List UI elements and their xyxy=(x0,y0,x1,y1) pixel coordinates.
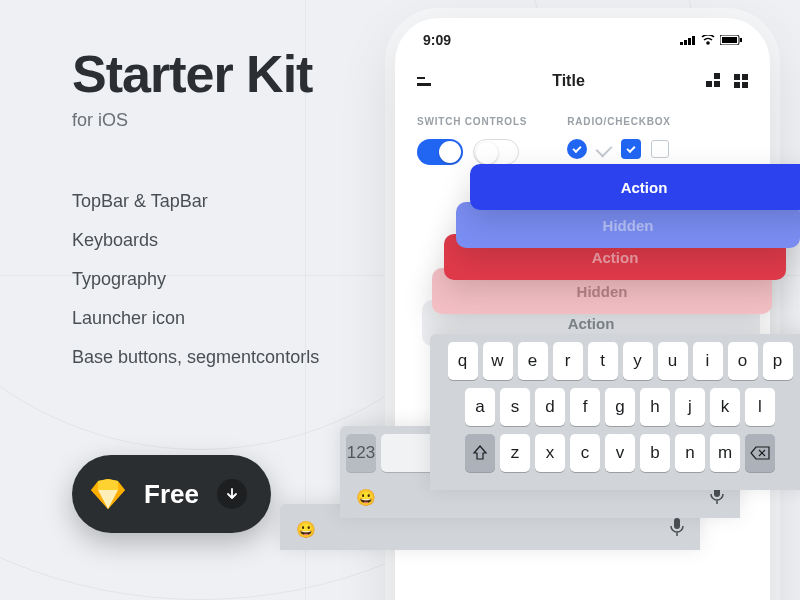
checkbox-unchecked[interactable] xyxy=(651,140,669,158)
feature-item: TopBar & TapBar xyxy=(72,191,412,212)
radio-unchecked[interactable] xyxy=(596,141,613,158)
page-title: Starter Kit xyxy=(72,48,412,100)
key[interactable]: y xyxy=(623,342,653,380)
keyboard-row-1: q w e r t y u i o p xyxy=(436,342,800,380)
download-icon xyxy=(217,479,247,509)
key[interactable]: r xyxy=(553,342,583,380)
key[interactable]: a xyxy=(465,388,495,426)
wifi-icon xyxy=(701,32,715,48)
download-label: Free xyxy=(144,479,199,510)
key[interactable]: n xyxy=(675,434,705,472)
key[interactable]: f xyxy=(570,388,600,426)
key[interactable]: d xyxy=(535,388,565,426)
key[interactable]: i xyxy=(693,342,723,380)
signal-icon xyxy=(680,32,696,48)
sketch-icon xyxy=(90,476,126,512)
svg-rect-5 xyxy=(722,37,737,43)
switch-on[interactable] xyxy=(417,139,463,165)
key[interactable]: m xyxy=(710,434,740,472)
feature-item: Typography xyxy=(72,269,412,290)
key[interactable]: b xyxy=(640,434,670,472)
feature-item: Keyboards xyxy=(72,230,412,251)
svg-rect-1 xyxy=(684,40,687,45)
key[interactable]: q xyxy=(448,342,478,380)
keyboard-row-2: a s d f g h j k l xyxy=(436,388,800,426)
page-subtitle: for iOS xyxy=(72,110,412,131)
feature-item: Launcher icon xyxy=(72,308,412,329)
key[interactable]: w xyxy=(483,342,513,380)
emoji-icon[interactable]: 😀 xyxy=(356,488,376,507)
nav-title: Title xyxy=(552,72,585,90)
key[interactable]: k xyxy=(710,388,740,426)
key[interactable]: g xyxy=(605,388,635,426)
status-time: 9:09 xyxy=(423,32,451,48)
radio-checkbox-group: RADIO/CHECKBOX xyxy=(567,116,670,165)
key[interactable]: x xyxy=(535,434,565,472)
group-label: SWITCH CONTROLS xyxy=(417,116,527,127)
key[interactable]: v xyxy=(605,434,635,472)
svg-rect-3 xyxy=(692,36,695,45)
num-key[interactable]: 123 xyxy=(346,434,376,472)
battery-icon xyxy=(720,32,742,48)
radio-checked[interactable] xyxy=(567,139,587,159)
layout-icon[interactable] xyxy=(706,73,720,89)
key[interactable]: j xyxy=(675,388,705,426)
mic-icon[interactable] xyxy=(670,518,684,540)
status-bar: 9:09 xyxy=(395,32,770,48)
emoji-icon[interactable]: 😀 xyxy=(296,520,316,539)
keyboard-stack: 😀 123 space @ . Go 😀 q w e r t y u i o p xyxy=(280,334,800,600)
nav-bar: Title xyxy=(395,72,770,90)
group-label: RADIO/CHECKBOX xyxy=(567,116,670,127)
key[interactable]: z xyxy=(500,434,530,472)
key[interactable]: h xyxy=(640,388,670,426)
key[interactable]: l xyxy=(745,388,775,426)
svg-rect-7 xyxy=(674,518,680,529)
svg-rect-2 xyxy=(688,38,691,45)
key[interactable]: t xyxy=(588,342,618,380)
svg-rect-0 xyxy=(680,42,683,45)
key[interactable]: p xyxy=(763,342,793,380)
key[interactable]: s xyxy=(500,388,530,426)
key[interactable]: e xyxy=(518,342,548,380)
key[interactable]: u xyxy=(658,342,688,380)
checkbox-checked[interactable] xyxy=(621,139,641,159)
switch-controls-group: SWITCH CONTROLS xyxy=(417,116,527,165)
switch-off[interactable] xyxy=(473,139,519,165)
key[interactable]: c xyxy=(570,434,600,472)
download-button[interactable]: Free xyxy=(72,455,271,533)
backspace-key[interactable] xyxy=(745,434,775,472)
keyboard-row-3: z x c v b n m xyxy=(436,434,800,472)
key[interactable]: o xyxy=(728,342,758,380)
shift-key[interactable] xyxy=(465,434,495,472)
menu-icon[interactable] xyxy=(417,77,431,86)
grid-icon[interactable] xyxy=(734,74,748,88)
action-button-primary[interactable]: Action xyxy=(470,164,800,210)
svg-rect-6 xyxy=(740,38,742,42)
keyboard-layer-front: q w e r t y u i o p a s d f g h j k l z … xyxy=(430,334,800,490)
